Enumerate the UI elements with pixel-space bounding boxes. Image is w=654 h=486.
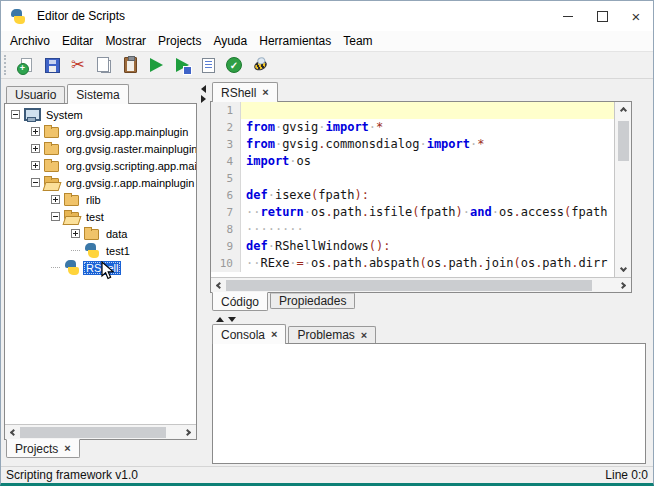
tree-item-org-gvsig-app-mainplugin[interactable]: org.gvsig.app.mainplugin [5, 123, 196, 140]
scroll-thumb[interactable] [618, 121, 629, 161]
identifier-token: commonsdialog [326, 137, 420, 151]
cut-icon [69, 56, 87, 74]
scroll-down-icon[interactable] [617, 262, 630, 275]
close-tab-icon[interactable]: × [271, 329, 277, 340]
new-script-button[interactable] [13, 52, 39, 78]
script-properties-button[interactable] [195, 52, 221, 78]
tab-problemas[interactable]: Problemas× [288, 326, 376, 343]
tab-propiedades[interactable]: Propiedades [270, 293, 355, 309]
collapse-up-icon[interactable] [216, 317, 224, 322]
collapse-left-icon[interactable] [201, 85, 206, 93]
run-dialog-button[interactable] [169, 52, 195, 78]
code-text[interactable]: ········ [241, 221, 614, 238]
run-button[interactable] [143, 52, 169, 78]
tree-item-label: org.gvsig.app.mainplugin [63, 125, 191, 139]
tab-rshell[interactable]: RShell × [212, 82, 278, 102]
tree-item-system[interactable]: System [5, 106, 196, 123]
code-text[interactable]: def·RShellWindows(): [241, 238, 614, 255]
menu-item-ayuda[interactable]: Ayuda [207, 32, 253, 50]
debug-bee-button[interactable] [247, 52, 273, 78]
tree-item-test1[interactable]: test1 [5, 242, 196, 259]
menu-item-herramientas[interactable]: Herramientas [253, 32, 337, 50]
code-line: 1 [211, 102, 614, 119]
code-text[interactable]: import·os [241, 153, 614, 170]
collapse-minus-icon[interactable] [51, 212, 60, 221]
menu-item-team[interactable]: Team [337, 32, 378, 50]
tree-item-label: System [43, 108, 86, 122]
collapse-down-icon[interactable] [228, 317, 236, 322]
scroll-left-icon[interactable] [213, 279, 226, 292]
scroll-right-icon[interactable] [616, 279, 629, 292]
punctuation-token: ( [419, 256, 426, 270]
code-text[interactable] [241, 170, 614, 187]
editor-vscrollbar[interactable] [614, 102, 631, 277]
close-tab-icon[interactable]: × [361, 330, 367, 341]
scroll-up-icon[interactable] [617, 104, 630, 117]
expand-plus-icon[interactable] [51, 195, 60, 204]
close-tab-icon[interactable]: × [262, 87, 268, 98]
minimize-button[interactable] [551, 1, 585, 31]
tab-consola[interactable]: Consola× [212, 324, 286, 344]
code-text[interactable]: from·gvsig.commonsdialog·import·* [241, 136, 614, 153]
tree-item-label: data [103, 227, 130, 241]
maximize-button[interactable] [585, 1, 619, 31]
code-line: 8········ [211, 221, 614, 238]
menu-item-editar[interactable]: Editar [56, 32, 99, 50]
tab-sistema[interactable]: Sistema [67, 84, 128, 104]
code-text[interactable]: from·gvsig·import·* [241, 119, 614, 136]
tab-usuario[interactable]: Usuario [6, 86, 65, 103]
vertical-splitter[interactable] [197, 81, 210, 466]
tab-label: Sistema [76, 88, 119, 102]
cut-button[interactable] [65, 52, 91, 78]
horizontal-splitter[interactable] [210, 315, 650, 323]
menu-item-mostrar[interactable]: Mostrar [99, 32, 152, 50]
tree-item-org-gvsig-scripting-app-main[interactable]: org.gvsig.scripting.app.main [5, 157, 196, 174]
menu-item-projects[interactable]: Projects [152, 32, 207, 50]
scroll-right-icon[interactable] [181, 426, 194, 439]
paste-button[interactable] [117, 52, 143, 78]
collapse-minus-icon[interactable] [11, 110, 20, 119]
expand-plus-icon[interactable] [31, 127, 40, 136]
check-button[interactable] [221, 52, 247, 78]
scroll-thumb[interactable] [20, 427, 166, 438]
menu-item-archivo[interactable]: Archivo [4, 32, 56, 50]
tree-item-data[interactable]: data [5, 225, 196, 242]
identifier-token: os [311, 205, 325, 219]
python-icon [64, 260, 79, 275]
save-icon [45, 58, 60, 73]
console-output[interactable] [212, 343, 646, 464]
close-button[interactable]: × [619, 1, 653, 31]
identifier-token: os [499, 205, 513, 219]
tree-item-org-gvsig-raster-mainplugin[interactable]: org.gvsig.raster.mainplugin [5, 140, 196, 157]
save-button[interactable] [39, 52, 65, 78]
punctuation-token: . [513, 205, 520, 219]
collapse-right-icon[interactable] [201, 95, 206, 103]
copy-button[interactable] [91, 52, 117, 78]
identifier-token: path [448, 256, 477, 270]
whitespace-dots: · [304, 256, 311, 270]
collapse-minus-icon[interactable] [31, 178, 40, 187]
tab-c-digo[interactable]: Código [212, 292, 268, 311]
code-text[interactable]: ··RExe·=·os.path.abspath(os.path.join(os… [241, 255, 614, 272]
whitespace-dots: · [268, 188, 275, 202]
code-text[interactable] [241, 102, 614, 119]
expand-plus-icon[interactable] [31, 144, 40, 153]
tree-hscrollbar[interactable] [5, 424, 196, 439]
code-line: 5 [211, 170, 614, 187]
tree-item-org-gvsig-r-app-mainplugin[interactable]: org.gvsig.r.app.mainplugin [5, 174, 196, 191]
code-editor: 12from·gvsig·import·*3from·gvsig.commons… [210, 101, 632, 293]
expand-plus-icon[interactable] [31, 161, 40, 170]
whitespace-dots: · [289, 256, 296, 270]
close-tab-icon[interactable]: × [64, 443, 70, 454]
code-text[interactable]: ··return·os.path.isfile(fpath)·and·os.ac… [241, 204, 614, 221]
editor-hscrollbar[interactable] [211, 277, 631, 292]
tab-projects[interactable]: Projects × [6, 439, 80, 458]
code-lines[interactable]: 12from·gvsig·import·*3from·gvsig.commons… [211, 102, 614, 277]
tree-item-rlib[interactable]: rlib [5, 191, 196, 208]
code-line: 7··return·os.path.isfile(fpath)·and·os.a… [211, 204, 614, 221]
expand-plus-icon[interactable] [71, 229, 80, 238]
scroll-thumb[interactable] [226, 280, 592, 291]
code-text[interactable]: def·isexe(fpath): [241, 187, 614, 204]
tree-item-test[interactable]: test [5, 208, 196, 225]
scroll-left-icon[interactable] [7, 426, 20, 439]
